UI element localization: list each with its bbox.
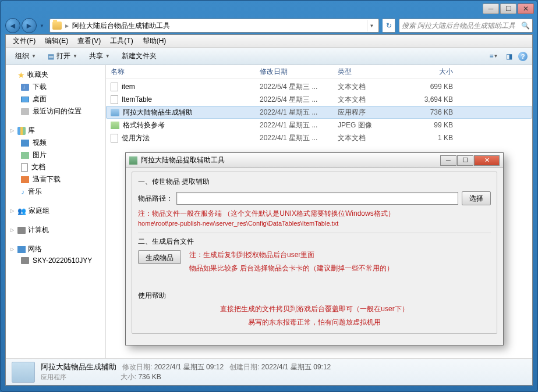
- computer-header[interactable]: ▷计算机: [7, 224, 104, 236]
- browse-button[interactable]: 选择: [462, 191, 491, 205]
- file-size: 3,694 KB: [406, 95, 465, 104]
- note2b: 物品如果比较多 后台选择物品会卡卡的（建议删掉一些不常用的）: [189, 263, 491, 273]
- file-name: 阿拉大陆物品生成辅助: [123, 108, 193, 117]
- main-content: ★收藏夹 下载 桌面 最近访问的位置 ▷库 视频 图片 文档 迅雷下载 ♪音乐 …: [6, 65, 532, 358]
- explorer-window: ─ ☐ ✕ ◄ ► ▼ ▸ 阿拉大陆后台物品生成辅助工具 ▼ ↻ 搜索 阿拉大陆…: [0, 0, 538, 392]
- file-rows: item2022/5/4 星期三 ...文本文档699 KBItemTable2…: [106, 79, 532, 145]
- status-type: 应用程序: [41, 373, 66, 380]
- file-date: 2022/4/1 星期五 ...: [260, 120, 338, 130]
- col-size[interactable]: 大小: [406, 67, 465, 77]
- col-date[interactable]: 修改日期: [260, 67, 338, 77]
- file-type: 文本文档: [338, 133, 406, 143]
- sidebar-downloads[interactable]: 下载: [7, 81, 104, 93]
- sidebar-xunlei[interactable]: 迅雷下载: [7, 173, 104, 186]
- content-area: 文件(F) 编辑(E) 查看(V) 工具(T) 帮助(H) 组织 ▼ ▤ 打开 …: [5, 34, 533, 386]
- maximize-button[interactable]: ☐: [500, 3, 516, 14]
- dialog-minimize[interactable]: ─: [440, 155, 456, 166]
- close-button[interactable]: ✕: [518, 3, 534, 14]
- nav-bar: ◄ ► ▼ ▸ 阿拉大陆后台物品生成辅助工具 ▼ ↻ 搜索 阿拉大陆后台物品生成…: [1, 17, 537, 34]
- search-placeholder: 搜索 阿拉大陆后台物品生成辅助工具: [402, 21, 515, 31]
- dialog-close[interactable]: ✕: [474, 155, 500, 166]
- help-line1: 直接把生成的文件拷贝到游戏后台覆盖即可（一般在user下）: [138, 304, 491, 314]
- minimize-button[interactable]: ─: [483, 3, 499, 14]
- folder-icon: [52, 22, 62, 30]
- menu-edit[interactable]: 编辑(E): [40, 36, 73, 46]
- titlebar: ─ ☐ ✕: [1, 1, 537, 17]
- preview-pane-button[interactable]: ◨: [503, 52, 515, 61]
- xunlei-icon: [21, 176, 29, 183]
- file-type: 文本文档: [338, 95, 406, 105]
- path-label: 物品路径：: [138, 194, 173, 204]
- history-drop[interactable]: ▼: [38, 18, 46, 33]
- file-type: 应用程序: [338, 108, 406, 117]
- file-row[interactable]: 使用方法2022/4/1 星期五 ...文本文档1 KB: [106, 131, 532, 144]
- sidebar-videos[interactable]: 视频: [7, 137, 104, 149]
- homegroup-icon: 👥: [17, 207, 26, 215]
- sidebar-documents[interactable]: 文档: [7, 161, 104, 173]
- back-button[interactable]: ◄: [5, 18, 20, 33]
- refresh-button[interactable]: ↻: [383, 19, 395, 33]
- path-input[interactable]: [176, 192, 458, 205]
- menu-help[interactable]: 帮助(H): [138, 36, 171, 46]
- organize-button[interactable]: 组织 ▼: [10, 50, 41, 62]
- sidebar-desktop[interactable]: 桌面: [7, 93, 104, 105]
- status-thumbnail: [12, 362, 35, 383]
- file-name: ItemTable: [122, 95, 152, 104]
- file-row[interactable]: ItemTable2022/5/4 星期三 ...文本文档3,694 KB: [106, 93, 532, 106]
- help-icon[interactable]: ?: [518, 52, 528, 61]
- menu-view[interactable]: 查看(V): [73, 36, 105, 46]
- menu-file[interactable]: 文件(F): [8, 36, 40, 46]
- file-row[interactable]: item2022/5/4 星期三 ...文本文档699 KB: [106, 80, 532, 93]
- address-drop[interactable]: ▼: [367, 20, 376, 31]
- col-name[interactable]: 名称: [111, 67, 260, 77]
- file-name: 格式转换参考: [123, 120, 165, 130]
- homegroup-header[interactable]: ▷👥家庭组: [7, 205, 104, 217]
- file-row[interactable]: 阿拉大陆物品生成辅助2022/4/1 星期五 ...应用程序736 KB: [106, 106, 532, 119]
- sidebar-pictures[interactable]: 图片: [7, 149, 104, 161]
- help-header: 使用帮助: [138, 291, 491, 301]
- file-row[interactable]: 格式转换参考2022/4/1 星期五 ...JPEG 图像99 KB: [106, 119, 532, 131]
- favorites-header[interactable]: ★收藏夹: [7, 69, 104, 81]
- sidebar-music[interactable]: ♪音乐: [7, 186, 104, 198]
- computer-icon: [17, 227, 26, 234]
- section2-title: 二、生成后台文件: [138, 233, 491, 247]
- newfolder-button[interactable]: 新建文件夹: [117, 50, 161, 62]
- file-size: 736 KB: [406, 108, 465, 116]
- file-icon: [111, 95, 118, 104]
- network-header[interactable]: ▷网络: [7, 243, 104, 255]
- pc-icon: [21, 257, 29, 264]
- note1: 注：物品文件一般在服务端 （这个文件默认是UNIX格式需要转换位Windows格…: [138, 209, 491, 219]
- libraries-header[interactable]: ▷库: [7, 124, 104, 137]
- file-size: 99 KB: [406, 121, 465, 129]
- open-button[interactable]: ▤ 打开 ▼: [43, 50, 82, 62]
- file-type: JPEG 图像: [338, 120, 406, 130]
- share-button[interactable]: 共享 ▼: [84, 50, 115, 62]
- document-icon: [21, 163, 28, 172]
- file-icon: [111, 134, 118, 142]
- dialog-maximize[interactable]: ☐: [457, 155, 473, 166]
- nav-arrows: ◄ ► ▼: [5, 18, 46, 33]
- generate-button[interactable]: 生成物品: [138, 250, 181, 264]
- dialog-titlebar[interactable]: 阿拉大陆物品提取辅助工具 ─ ☐ ✕: [126, 153, 503, 168]
- forward-button[interactable]: ►: [22, 18, 37, 33]
- help-line2: 易写的东东报毒正常，怕有问题放虚拟机用: [138, 318, 491, 327]
- col-type[interactable]: 类型: [338, 67, 406, 77]
- video-icon: [21, 140, 29, 147]
- sidebar-network-pc[interactable]: SKY-20220510JYY: [7, 255, 104, 266]
- star-icon: ★: [17, 70, 25, 80]
- file-size: 1 KB: [406, 134, 465, 142]
- file-date: 2022/5/4 星期三 ...: [260, 82, 338, 92]
- file-pane: 名称 修改日期 类型 大小 item2022/5/4 星期三 ...文本文档69…: [106, 65, 532, 358]
- sidebar-recent[interactable]: 最近访问的位置: [7, 105, 104, 117]
- file-icon: [111, 109, 119, 116]
- breadcrumb-text[interactable]: 阿拉大陆后台物品生成辅助工具: [72, 21, 170, 31]
- dialog-body: 一、传世物品 提取辅助 物品路径： 选择 注：物品文件一般在服务端 （这个文件默…: [126, 168, 503, 337]
- view-options-button[interactable]: ≡ ▼: [488, 52, 500, 61]
- file-date: 2022/4/1 星期五 ...: [260, 133, 338, 143]
- file-name: item: [122, 83, 135, 91]
- search-icon[interactable]: 🔍: [521, 22, 530, 30]
- menu-tools[interactable]: 工具(T): [105, 36, 137, 46]
- address-bar[interactable]: ▸ 阿拉大陆后台物品生成辅助工具 ▼: [49, 19, 379, 33]
- column-headers: 名称 修改日期 类型 大小: [106, 65, 532, 79]
- search-input[interactable]: 搜索 阿拉大陆后台物品生成辅助工具 🔍: [399, 19, 533, 33]
